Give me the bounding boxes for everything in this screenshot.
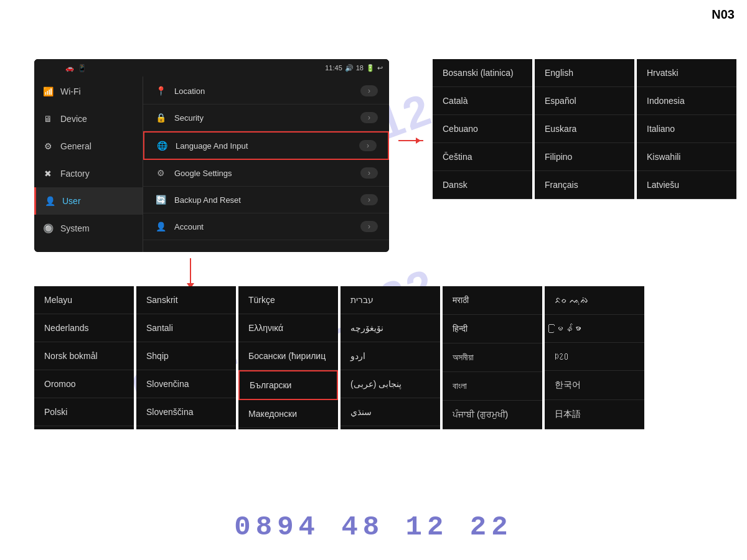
down-arrow-line [190,258,191,283]
settings-label-google: ⚙ Google Settings [154,168,232,178]
lang-item-bottom-0-4[interactable]: Polski [34,398,134,426]
top-section: 🚗 📱 11:45 🔊 18 🔋 ↩ 📶 Wi-Fi 🖥 Device ⚙ Ge… [34,59,736,252]
right-arrow [398,140,423,141]
settings-icon-language: 🌐 [156,141,168,151]
lang-item-top-1-0[interactable]: English [535,59,634,87]
lang-item-bottom-3-3[interactable]: پنجابی (عربی) [341,370,440,398]
lang-item-top-2-1[interactable]: Indonesia [637,87,736,115]
lang-item-bottom-1-3[interactable]: Slovenčina [136,370,236,398]
sidebar-label-device: Device [60,114,87,124]
sidebar-icon-factory: ✖ [42,169,54,179]
lang-item-bottom-2-1[interactable]: Ελληνικά [238,314,338,342]
status-bar: 🚗 📱 11:45 🔊 18 🔋 ↩ [34,59,389,77]
lang-col-bottom-2: TürkçeΕλληνικάБосански (ћирилицБългарски… [238,286,338,429]
lang-item-bottom-5-1[interactable]: မြန်မာ [545,315,644,343]
sidebar-item-general[interactable]: ⚙ General [34,133,143,160]
lang-item-bottom-4-2[interactable]: অসমীয়া [443,343,542,372]
settings-icon-security: 🔒 [154,113,167,123]
settings-item-location[interactable]: 📍 Location › [143,78,389,105]
sidebar: 📶 Wi-Fi 🖥 Device ⚙ General ✖ Factory 👤 U… [34,59,143,252]
settings-icon-backup: 🔄 [154,195,167,205]
car-icon: 🚗 [65,64,74,72]
lang-item-bottom-3-0[interactable]: עברית [341,286,440,314]
settings-item-security[interactable]: 🔒 Security › [143,105,389,131]
settings-item-language[interactable]: 🌐 Language And Input › [143,131,389,160]
lang-item-bottom-5-0[interactable]: ᨅᨔ ᨕᨘᨁᨗ [545,286,644,315]
sidebar-item-device[interactable]: 🖥 Device [34,105,143,133]
lang-item-bottom-0-0[interactable]: Melayu [34,286,134,314]
settings-label-location: 📍 Location [154,86,205,96]
lang-item-bottom-3-1[interactable]: نۆیغۆرچە [341,314,440,342]
lang-item-top-0-1[interactable]: Català [433,87,532,115]
status-volume-icon: 🔊 [345,64,354,72]
lang-item-top-2-2[interactable]: Italiano [637,115,736,143]
lang-item-bottom-4-1[interactable]: हिन्दी [443,315,542,343]
lang-item-bottom-2-3[interactable]: Български [238,370,338,400]
lang-item-bottom-0-1[interactable]: Nederlands [34,314,134,342]
lang-item-bottom-0-3[interactable]: Oromoo [34,370,134,398]
settings-arrow-backup: › [360,194,378,205]
lang-item-top-2-0[interactable]: Hrvatski [637,59,736,87]
lang-item-bottom-2-2[interactable]: Босански (ћирилиц [238,342,338,370]
settings-arrow-account: › [360,221,378,232]
settings-arrow-language: › [359,140,377,151]
lang-item-bottom-4-4[interactable]: ਪੰਜਾਬੀ (ਗੁਰਮੁਖੀ) [443,401,542,429]
phone-number: 0894 48 12 22 [0,511,747,543]
lang-col-bottom-4: मराठीहिन्दीঅসমীয়াবাংলাਪੰਜਾਬੀ (ਗੁਰਮੁਖੀ) [443,286,542,429]
settings-icon-location: 📍 [154,86,167,96]
lang-col-top-0: Bosanski (latinica)CatalàCebuanoČeštinaD… [433,59,532,199]
sidebar-item-factory[interactable]: ✖ Factory [34,160,143,187]
settings-arrow-location: › [360,85,378,96]
status-bar-left: 🚗 📱 [65,64,87,72]
settings-label-backup: 🔄 Backup And Reset [154,195,241,205]
lang-col-bottom-3: עבריתنۆیغۆرچەاردوپنجابی (عربی)سنڌي [341,286,440,429]
lang-item-top-0-4[interactable]: Dansk [433,171,532,199]
status-bar-right: 11:45 🔊 18 🔋 ↩ [325,64,383,72]
lang-item-top-2-4[interactable]: Latviešu [637,171,736,199]
android-settings-panel: 🚗 📱 11:45 🔊 18 🔋 ↩ 📶 Wi-Fi 🖥 Device ⚙ Ge… [34,59,389,252]
lang-item-top-0-2[interactable]: Cebuano [433,115,532,143]
settings-item-google[interactable]: ⚙ Google Settings › [143,160,389,187]
lang-cols-top: Bosanski (latinica)CatalàCebuanoČeštinaD… [433,59,736,199]
android-icon: 📱 [78,64,87,72]
lang-item-bottom-1-4[interactable]: Slovenščina [136,398,236,426]
lang-item-bottom-2-4[interactable]: Македонски [238,400,338,428]
lang-col-bottom-1: SanskritSantaliShqipSlovenčinaSlovenščin… [136,286,236,429]
lang-col-bottom-5: ᨅᨔ ᨕᨘᨁᨗမြန်မာᱞᱮᱛ한국어日本語 [545,286,644,429]
lang-item-top-1-2[interactable]: Euskara [535,115,634,143]
status-volume: 18 [356,64,364,72]
lang-item-top-0-3[interactable]: Čeština [433,143,532,171]
lang-item-top-0-0[interactable]: Bosanski (latinica) [433,59,532,87]
settings-icon-google: ⚙ [154,168,167,178]
lang-item-bottom-4-3[interactable]: বাংলা [443,372,542,401]
settings-main: 📍 Location › 🔒 Security › 🌐 Language And… [143,59,389,252]
lang-item-bottom-4-0[interactable]: मराठी [443,286,542,315]
lang-item-top-2-3[interactable]: Kiswahili [637,143,736,171]
settings-item-backup[interactable]: 🔄 Backup And Reset › [143,187,389,213]
sidebar-label-user: User [62,196,81,206]
sidebar-icon-device: 🖥 [42,114,54,124]
settings-icon-account: 👤 [154,222,167,231]
lang-item-top-1-1[interactable]: Español [535,87,634,115]
settings-item-account[interactable]: 👤 Account › [143,213,389,240]
lang-item-top-1-3[interactable]: Filipino [535,143,634,171]
lang-item-bottom-5-3[interactable]: 한국어 [545,371,644,400]
settings-arrow-google: › [360,167,378,179]
sidebar-label-factory: Factory [60,169,90,179]
lang-item-bottom-3-4[interactable]: سنڌي [341,398,440,426]
lang-item-bottom-5-4[interactable]: 日本語 [545,400,644,429]
lang-item-bottom-1-1[interactable]: Santali [136,314,236,342]
sidebar-item-wifi[interactable]: 📶 Wi-Fi [34,78,143,105]
sidebar-item-user[interactable]: 👤 User [34,187,143,215]
lang-item-bottom-0-2[interactable]: Norsk bokmål [34,342,134,370]
lang-col-top-2: HrvatskiIndonesiaItalianoKiswahiliLatvie… [637,59,736,199]
arrow-connector [389,140,433,141]
lang-item-bottom-3-2[interactable]: اردو [341,342,440,370]
lang-item-top-1-4[interactable]: Français [535,171,634,199]
lang-item-bottom-2-0[interactable]: Türkçe [238,286,338,314]
sidebar-item-system[interactable]: 🔘 System [34,215,143,242]
lang-item-bottom-1-2[interactable]: Shqip [136,342,236,370]
lang-item-bottom-5-2[interactable]: ᱞᱮᱛ [545,343,644,371]
lang-item-bottom-1-0[interactable]: Sanskrit [136,286,236,314]
sidebar-icon-general: ⚙ [42,141,54,151]
